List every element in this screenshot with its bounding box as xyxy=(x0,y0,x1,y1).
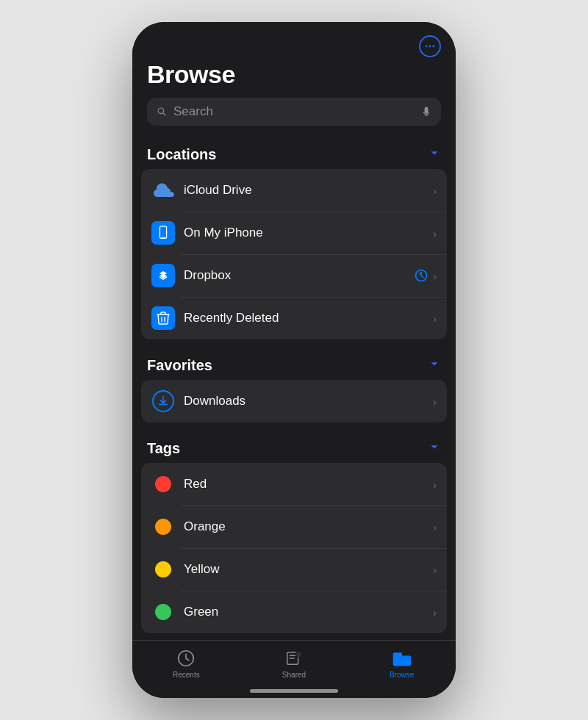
tags-section-header: Tags xyxy=(132,434,456,463)
phone-frame: Browse Search Locations xyxy=(132,22,456,698)
more-button[interactable] xyxy=(419,35,441,57)
search-input[interactable]: Search xyxy=(173,104,415,119)
tags-list: Red › Orange › xyxy=(141,463,447,633)
dropbox-label: Dropbox xyxy=(184,268,405,283)
svg-rect-4 xyxy=(162,237,165,237)
chevron-right-icon: › xyxy=(433,312,437,325)
phone-screen: Browse Search Locations xyxy=(132,22,456,698)
yellow-tag-label: Yellow xyxy=(184,562,424,577)
trash-icon xyxy=(151,306,175,330)
orange-tag-chevron: › xyxy=(433,521,437,533)
icloud-label: iCloud Drive xyxy=(184,183,424,198)
locations-list: iCloud Drive › xyxy=(141,169,447,339)
locations-collapse-icon[interactable] xyxy=(428,146,441,163)
tab-recents[interactable]: Recents xyxy=(160,648,212,679)
list-item-tag-yellow[interactable]: Yellow › xyxy=(141,548,447,591)
tab-bar: Recents ↑ Shared xyxy=(132,640,456,683)
page-title: Browse xyxy=(147,60,441,89)
browse-tab-label: Browse xyxy=(390,671,414,679)
list-item-downloads[interactable]: Downloads › xyxy=(141,380,447,422)
svg-point-0 xyxy=(426,46,428,48)
locations-section-header: Locations xyxy=(132,140,456,169)
chevron-right-icon: › xyxy=(433,478,437,491)
tags-collapse-icon[interactable] xyxy=(428,440,441,457)
svg-rect-3 xyxy=(159,226,166,238)
tags-title: Tags xyxy=(147,440,180,457)
chevron-right-icon: › xyxy=(433,270,437,282)
chevron-right-icon: › xyxy=(433,227,437,240)
chevron-right-icon: › xyxy=(433,521,437,533)
phone-icon xyxy=(151,221,175,245)
icloud-icon xyxy=(151,179,175,202)
shared-tab-icon: ↑ xyxy=(284,648,304,669)
svg-point-2 xyxy=(432,46,434,48)
yellow-tag-icon xyxy=(151,558,175,581)
dropbox-icon xyxy=(151,264,175,287)
green-tag-chevron: › xyxy=(433,606,437,619)
recently-deleted-chevron: › xyxy=(433,312,437,325)
shared-tab-label: Shared xyxy=(282,671,306,679)
orange-tag-label: Orange xyxy=(184,519,424,534)
red-tag-label: Red xyxy=(184,477,424,492)
red-tag-chevron: › xyxy=(433,478,437,491)
downloads-icon xyxy=(151,389,175,413)
list-item-recently-deleted[interactable]: Recently Deleted › xyxy=(141,297,447,339)
tab-shared[interactable]: ↑ Shared xyxy=(268,648,320,679)
recents-tab-label: Recents xyxy=(173,671,200,679)
green-tag-label: Green xyxy=(184,605,424,619)
list-item-iphone[interactable]: On My iPhone › xyxy=(141,212,447,254)
chevron-right-icon: › xyxy=(433,606,437,619)
search-bar[interactable]: Search xyxy=(147,98,441,126)
favorites-list: Downloads › xyxy=(141,380,447,422)
search-icon xyxy=(156,106,168,118)
downloads-chevron: › xyxy=(433,395,437,408)
svg-point-1 xyxy=(429,46,431,48)
favorites-title: Favorites xyxy=(147,357,212,374)
home-indicator xyxy=(132,683,456,698)
favorites-section-header: Favorites xyxy=(132,351,456,380)
icloud-chevron: › xyxy=(433,184,437,197)
favorites-collapse-icon[interactable] xyxy=(428,357,441,374)
svg-text:↑: ↑ xyxy=(298,652,300,658)
browse-tab-icon xyxy=(392,648,412,669)
chevron-right-icon: › xyxy=(433,395,437,408)
svg-rect-13 xyxy=(392,652,401,658)
mic-icon[interactable] xyxy=(420,106,432,118)
scroll-content: Locations iCloud Drive xyxy=(132,140,456,640)
list-item-dropbox[interactable]: Dropbox › xyxy=(141,254,447,297)
chevron-right-icon: › xyxy=(433,564,437,576)
red-tag-icon xyxy=(151,472,175,496)
page-header: Browse xyxy=(132,57,456,98)
list-item-tag-orange[interactable]: Orange › xyxy=(141,505,447,548)
top-bar xyxy=(132,22,456,57)
downloads-label: Downloads xyxy=(184,394,424,408)
list-item-tag-red[interactable]: Red › xyxy=(141,463,447,505)
chevron-right-icon: › xyxy=(433,184,437,197)
orange-tag-icon xyxy=(151,515,175,539)
green-tag-icon xyxy=(151,600,175,624)
recents-tab-icon xyxy=(176,648,196,669)
locations-title: Locations xyxy=(147,146,216,163)
yellow-tag-chevron: › xyxy=(433,564,437,576)
list-item-icloud[interactable]: iCloud Drive › xyxy=(141,169,447,212)
recently-deleted-label: Recently Deleted xyxy=(184,311,424,325)
tab-browse[interactable]: Browse xyxy=(376,648,428,679)
home-bar xyxy=(250,689,338,693)
iphone-chevron: › xyxy=(433,227,437,240)
list-item-tag-green[interactable]: Green › xyxy=(141,591,447,633)
iphone-label: On My iPhone xyxy=(184,226,424,240)
sync-icon xyxy=(414,268,429,283)
dropbox-right: › xyxy=(414,268,437,283)
